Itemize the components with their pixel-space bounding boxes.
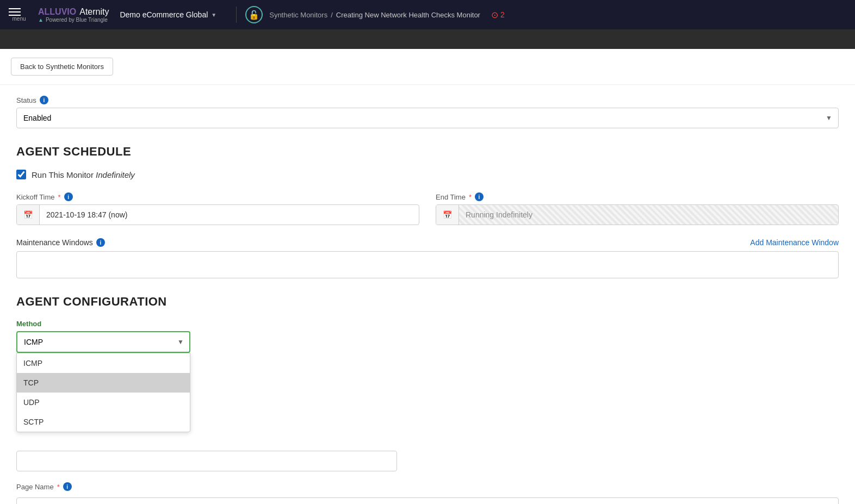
account-dropdown-icon: ▼ xyxy=(211,12,216,18)
dropdown-option-tcp[interactable]: TCP xyxy=(17,373,190,393)
add-maintenance-link[interactable]: Add Maintenance Window xyxy=(750,238,839,247)
kickoff-info-icon[interactable]: i xyxy=(64,192,73,201)
menu-button[interactable]: menu xyxy=(9,8,29,22)
page-name-input[interactable] xyxy=(16,497,839,504)
kickoff-time-field: Kickoff Time * i 📅 2021-10-19 18:47 (now… xyxy=(16,192,419,225)
agent-schedule-section: AGENT SCHEDULE Run This Monitor Indefini… xyxy=(16,145,839,278)
agent-schedule-heading: AGENT SCHEDULE xyxy=(16,145,839,159)
end-required-star: * xyxy=(469,193,472,201)
run-indefinitely-label: Run This Monitor Indefinitely xyxy=(32,170,135,179)
menu-label: menu xyxy=(12,16,26,22)
status-label: Status i xyxy=(16,96,839,104)
breadcrumb-link[interactable]: Synthetic Monitors xyxy=(269,11,327,19)
status-info-icon[interactable]: i xyxy=(40,96,48,104)
breadcrumb-current: Creating New Network Health Checks Monit… xyxy=(336,11,480,19)
account-selector[interactable]: Demo eCommerce Global ▼ xyxy=(120,10,216,19)
kickoff-time-input-wrap: 📅 2021-10-19 18:47 (now) xyxy=(16,204,419,225)
method-select-wrapper: ICMP TCP UDP SCTP ▼ xyxy=(16,331,190,353)
brand-powered: Powered by Blue Triangle xyxy=(46,17,108,23)
maintenance-header: Maintenance Windows i Add Maintenance Wi… xyxy=(16,238,839,247)
sub-nav xyxy=(0,29,855,49)
dropdown-option-sctp[interactable]: SCTP xyxy=(17,412,190,432)
hamburger-icon xyxy=(9,8,21,16)
back-button[interactable]: Back to Synthetic Monitors xyxy=(11,58,113,76)
maintenance-label-wrap: Maintenance Windows i xyxy=(16,238,105,247)
top-nav: menu ALLUVIO Aternity ▲ Powered by Blue … xyxy=(0,0,855,29)
dropdown-option-icmp[interactable]: ICMP xyxy=(17,353,190,373)
page-name-required-star: * xyxy=(57,483,60,491)
page-name-info-icon[interactable]: i xyxy=(63,482,72,491)
end-calendar-icon[interactable]: 📅 xyxy=(436,205,459,225)
method-label: Method xyxy=(16,320,839,328)
dropdown-option-udp[interactable]: UDP xyxy=(17,393,190,412)
method-field: Method ICMP TCP UDP SCTP ▼ ICMP TCP UDP … xyxy=(16,320,839,353)
page-name-section: Page Name * i xyxy=(16,482,839,504)
end-time-input-wrap: 📅 Running Indefinitely xyxy=(436,204,839,225)
kickoff-time-label: Kickoff Time * i xyxy=(16,192,419,201)
host-input[interactable] xyxy=(16,451,397,471)
time-fields-row: Kickoff Time * i 📅 2021-10-19 18:47 (now… xyxy=(16,192,839,225)
main-content: Back to Synthetic Monitors Status i Enab… xyxy=(0,49,855,504)
run-indefinitely-row: Run This Monitor Indefinitely xyxy=(16,170,839,179)
alert-badge[interactable]: ⊙ 2 xyxy=(491,10,505,20)
breadcrumb: Synthetic Monitors / Creating New Networ… xyxy=(269,11,480,19)
maintenance-box xyxy=(16,251,839,278)
nav-divider xyxy=(236,7,237,23)
status-select-wrapper: Enabled Disabled ▼ xyxy=(16,108,839,128)
agent-config-section: AGENT CONFIGURATION Method ICMP TCP UDP … xyxy=(16,295,839,504)
end-time-label: End Time * i xyxy=(436,192,839,201)
kickoff-calendar-icon[interactable]: 📅 xyxy=(17,205,40,225)
end-info-icon[interactable]: i xyxy=(475,192,484,201)
breadcrumb-separator: / xyxy=(331,11,333,19)
form-area: Status i Enabled Disabled ▼ AGENT SCHEDU… xyxy=(0,85,855,504)
page-name-label: Page Name * i xyxy=(16,482,839,491)
account-name: Demo eCommerce Global xyxy=(120,10,208,19)
kickoff-required-star: * xyxy=(58,193,61,201)
brand: ALLUVIO Aternity ▲ Powered by Blue Trian… xyxy=(38,7,109,23)
run-indefinitely-checkbox[interactable] xyxy=(16,170,26,179)
triangle-icon: ▲ xyxy=(38,17,44,23)
alert-icon: ⊙ xyxy=(491,10,498,20)
lock-icon: 🔓 xyxy=(245,6,263,23)
status-select[interactable]: Enabled Disabled xyxy=(16,108,839,128)
method-select[interactable]: ICMP TCP UDP SCTP xyxy=(16,331,190,353)
maintenance-label-text: Maintenance Windows xyxy=(16,238,93,247)
host-field xyxy=(16,451,397,471)
status-section: Status i Enabled Disabled ▼ xyxy=(16,96,839,128)
back-button-area: Back to Synthetic Monitors xyxy=(0,49,855,85)
brand-alluvio: ALLUVIO xyxy=(38,7,76,17)
method-dropdown-options: ICMP TCP UDP SCTP xyxy=(16,353,190,432)
end-time-value: Running Indefinitely xyxy=(459,205,838,225)
agent-config-heading: AGENT CONFIGURATION xyxy=(16,295,839,309)
brand-aternity: Aternity xyxy=(79,7,109,17)
alert-count: 2 xyxy=(500,10,505,19)
maintenance-info-icon[interactable]: i xyxy=(96,238,105,247)
maintenance-windows-section: Maintenance Windows i Add Maintenance Wi… xyxy=(16,238,839,278)
end-time-field: End Time * i 📅 Running Indefinitely xyxy=(436,192,839,225)
kickoff-time-value: 2021-10-19 18:47 (now) xyxy=(40,205,419,225)
